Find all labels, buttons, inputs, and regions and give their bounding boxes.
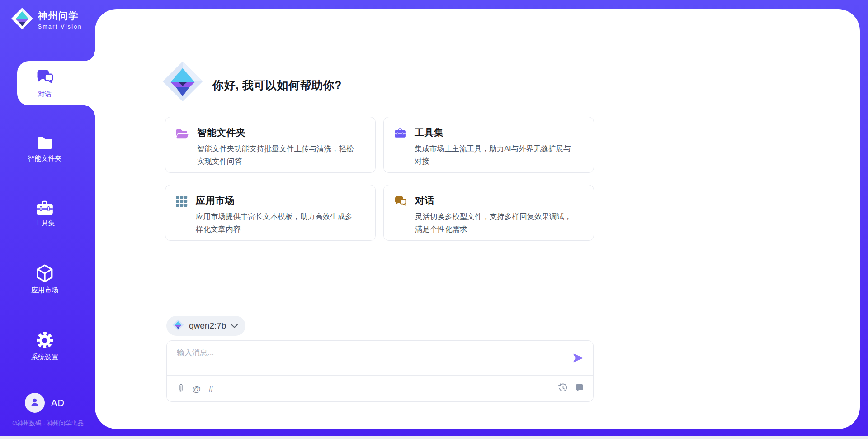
briefcase-icon <box>394 127 406 172</box>
attachment-button[interactable] <box>177 382 184 395</box>
diamond-logo-icon <box>172 319 184 333</box>
mention-button[interactable]: @ <box>192 385 201 393</box>
diamond-logo-icon <box>162 60 203 105</box>
sidebar-item-label: 系统设置 <box>31 353 58 362</box>
comments-button[interactable] <box>575 383 584 394</box>
user-name: AD <box>51 398 65 408</box>
paperclip-icon <box>177 382 184 395</box>
card-description: 灵活切换多模型文件，支持多样回复效果调试， 满足个性化需求 <box>415 210 572 235</box>
hash-icon: # <box>208 385 213 393</box>
sidebar-item-smart-folder[interactable]: 智能文件夹 <box>0 135 90 165</box>
sidebar-item-label: 对话 <box>38 90 52 99</box>
person-icon <box>29 396 40 409</box>
message-composer: @ # <box>166 340 594 402</box>
card-title: 对话 <box>415 194 572 207</box>
card-title: 工具集 <box>415 126 571 139</box>
sidebar-item-label: 应用市场 <box>31 286 58 295</box>
avatar <box>25 393 45 413</box>
chat-bubbles-icon <box>394 195 407 240</box>
brand: 神州问学 Smart Vision <box>11 7 82 32</box>
card-smart-folder[interactable]: 智能文件夹 智能文件夹功能支持批量文件上传与清洗，轻松 实现文件问答 <box>165 117 376 173</box>
folder-icon <box>35 135 54 151</box>
card-app-market[interactable]: 应用市场 应用市场提供丰富长文本模板，助力高效生成多 样化文章内容 <box>165 185 376 241</box>
brand-subtitle: Smart Vision <box>38 24 82 30</box>
brand-name: 神州问学 <box>38 10 82 22</box>
bottom-strip <box>0 436 868 439</box>
user-profile[interactable]: AD <box>0 393 90 413</box>
at-sign-icon: @ <box>192 385 201 393</box>
sidebar-item-toolset[interactable]: 工具集 <box>0 200 90 229</box>
send-button[interactable] <box>572 352 585 365</box>
composer-toolbar: @ # <box>177 376 584 402</box>
card-chat[interactable]: 对话 灵活切换多模型文件，支持多样回复效果调试， 满足个性化需求 <box>383 185 594 241</box>
history-icon <box>558 383 568 394</box>
sidebar-item-chat[interactable]: 对话 <box>17 61 95 105</box>
comment-icon <box>575 383 584 394</box>
copyright: ©神州数码 · 神州问学出品 <box>0 420 96 428</box>
page-title: 你好, 我可以如何帮助你? <box>212 78 342 93</box>
send-icon <box>572 358 584 365</box>
diamond-logo-icon <box>11 7 33 32</box>
model-name: qwen2:7b <box>189 321 226 331</box>
sidebar-item-settings[interactable]: 系统设置 <box>0 331 90 361</box>
card-title: 智能文件夹 <box>197 126 354 139</box>
cube-icon <box>36 264 53 283</box>
chat-bubbles-icon <box>35 68 54 87</box>
gear-icon <box>35 331 54 350</box>
welcome-header: 你好, 我可以如何帮助你? <box>162 60 342 105</box>
sidebar-item-label: 智能文件夹 <box>28 154 62 163</box>
tab-fillet-bottom <box>84 105 95 116</box>
card-title: 应用市场 <box>196 194 353 207</box>
history-button[interactable] <box>558 383 568 394</box>
card-description: 集成市场上主流工具，助力AI与外界无缝扩展与 对接 <box>415 142 571 167</box>
grid-icon <box>175 195 188 240</box>
folder-open-icon <box>175 127 189 172</box>
tab-fillet-top <box>84 50 95 61</box>
card-description: 应用市场提供丰富长文本模板，助力高效生成多 样化文章内容 <box>196 210 353 235</box>
chevron-down-icon <box>231 322 238 330</box>
model-selector[interactable]: qwen2:7b <box>166 316 245 336</box>
card-description: 智能文件夹功能支持批量文件上传与清洗，轻松 实现文件问答 <box>197 142 354 167</box>
message-input[interactable] <box>177 348 561 373</box>
sidebar-item-label: 工具集 <box>35 219 55 228</box>
briefcase-icon <box>35 200 54 216</box>
card-toolset[interactable]: 工具集 集成市场上主流工具，助力AI与外界无缝扩展与 对接 <box>383 117 594 173</box>
feature-cards: 智能文件夹 智能文件夹功能支持批量文件上传与清洗，轻松 实现文件问答 工具集 集… <box>165 117 594 241</box>
topic-button[interactable]: # <box>208 385 213 393</box>
sidebar-item-app-market[interactable]: 应用市场 <box>0 264 90 294</box>
